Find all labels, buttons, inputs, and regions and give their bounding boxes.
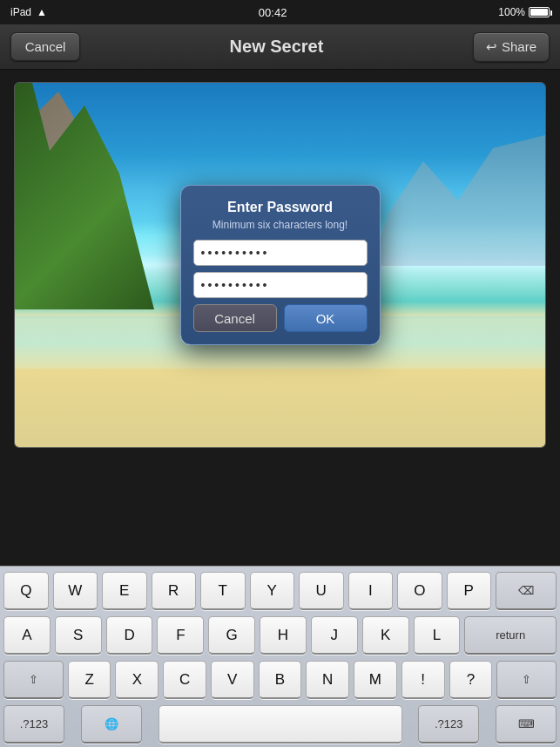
keyboard-dismiss-icon <box>518 717 535 730</box>
key-a[interactable]: A <box>3 616 51 655</box>
return-key[interactable]: return <box>464 616 557 655</box>
password-field-1[interactable]: •••••••••• <box>193 240 368 266</box>
key-j[interactable]: J <box>311 616 358 655</box>
battery-fill <box>530 9 548 16</box>
key-x[interactable]: X <box>115 661 159 699</box>
key-exclaim[interactable]: ! <box>401 661 445 699</box>
key-d[interactable]: D <box>106 616 153 655</box>
key-t[interactable]: T <box>200 572 246 610</box>
dialog-title: Enter Password <box>193 200 368 215</box>
key-b[interactable]: B <box>259 661 302 699</box>
status-right: 100% <box>498 6 550 18</box>
photo-area: Enter Password Minimum six characters lo… <box>14 82 546 448</box>
key-q[interactable]: Q <box>3 572 49 610</box>
key-y[interactable]: Y <box>250 572 295 610</box>
key-h[interactable]: H <box>260 616 307 655</box>
keyboard-row-2: A S D F G H J K L return <box>3 616 557 655</box>
password-dots-2: •••••••••• <box>201 278 270 292</box>
key-p[interactable]: P <box>447 572 492 610</box>
key-s[interactable]: S <box>55 616 102 655</box>
key-e[interactable]: E <box>102 572 147 610</box>
status-time: 00:42 <box>259 6 287 19</box>
shift-icon <box>29 673 38 686</box>
key-f[interactable]: F <box>157 616 204 655</box>
share-label: Share <box>502 39 536 54</box>
dialog-cancel-label: Cancel <box>214 311 255 326</box>
cancel-button[interactable]: Cancel <box>10 32 80 61</box>
keyboard: Q W E R T Y U I O P A S D F G H J K L re… <box>0 566 560 747</box>
shift-key[interactable] <box>3 661 64 699</box>
password-field-2[interactable]: •••••••••• <box>193 272 368 298</box>
keyboard-bottom-row: .?123 .?123 <box>3 705 557 744</box>
numbers-key-right[interactable]: .?123 <box>418 705 479 744</box>
wifi-icon: ▲ <box>37 6 47 18</box>
enter-password-dialog: Enter Password Minimum six characters lo… <box>180 185 381 345</box>
battery-label: 100% <box>498 6 525 18</box>
globe-icon <box>105 717 118 730</box>
status-bar: iPad ▲ 00:42 100% <box>0 0 560 24</box>
key-i[interactable]: I <box>348 572 394 610</box>
key-m[interactable]: M <box>354 661 397 699</box>
backspace-icon <box>518 584 534 597</box>
key-v[interactable]: V <box>211 661 254 699</box>
keyboard-row-1: Q W E R T Y U I O P <box>3 572 557 610</box>
password-dots-1: •••••••••• <box>201 246 270 260</box>
key-c[interactable]: C <box>163 661 206 699</box>
keyboard-dismiss-key[interactable] <box>496 705 557 744</box>
shift-right-icon <box>522 673 531 686</box>
page-title: New Secret <box>230 37 324 57</box>
key-n[interactable]: N <box>306 661 349 699</box>
device-label: iPad <box>10 6 31 18</box>
status-left: iPad ▲ <box>10 6 47 18</box>
dialog-cancel-button[interactable]: Cancel <box>193 304 277 332</box>
key-o[interactable]: O <box>397 572 442 610</box>
share-icon: ↩ <box>486 39 497 55</box>
dialog-ok-label: OK <box>316 311 335 326</box>
key-r[interactable]: R <box>152 572 197 610</box>
dialog-subtitle: Minimum six characters long! <box>193 219 368 231</box>
dialog-buttons: Cancel OK <box>193 304 368 332</box>
key-k[interactable]: K <box>362 616 409 655</box>
key-question[interactable]: ? <box>449 661 493 699</box>
shift-right-key[interactable] <box>496 661 557 699</box>
share-button[interactable]: ↩ Share <box>473 32 550 62</box>
numbers-key-left[interactable]: .?123 <box>3 705 64 744</box>
key-g[interactable]: G <box>208 616 255 655</box>
key-l[interactable]: L <box>414 616 461 655</box>
nav-bar: Cancel New Secret ↩ Share <box>0 24 560 70</box>
globe-key[interactable] <box>81 705 142 744</box>
key-u[interactable]: U <box>299 572 344 610</box>
keyboard-row-3: Z X C V B N M ! ? <box>3 661 557 699</box>
backspace-key[interactable] <box>496 572 557 610</box>
space-key[interactable] <box>159 705 402 744</box>
key-z[interactable]: Z <box>68 661 111 699</box>
key-w[interactable]: W <box>53 572 98 610</box>
dialog-overlay: Enter Password Minimum six characters lo… <box>15 83 545 447</box>
battery-icon <box>529 7 550 17</box>
cancel-label: Cancel <box>25 39 66 54</box>
dialog-ok-button[interactable]: OK <box>284 304 368 332</box>
